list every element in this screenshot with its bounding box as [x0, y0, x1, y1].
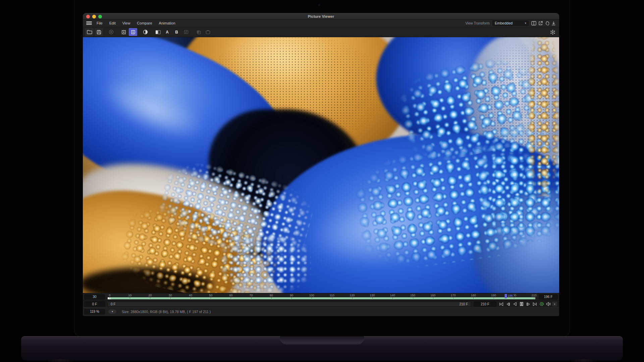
ruler-tick-label: 30 — [169, 294, 172, 297]
frame-rate-field[interactable]: 30 — [84, 294, 105, 300]
open-folder-icon — [87, 30, 92, 34]
window-title: Picture Viewer — [308, 14, 334, 18]
render-flake-icon — [550, 29, 555, 35]
view-transform-label: View Transform — [465, 21, 490, 25]
ruler-tick-label: 10 — [128, 294, 131, 297]
end-frame-field[interactable]: 210 F — [474, 301, 496, 307]
clear-button[interactable] — [107, 28, 115, 36]
ruler-tick-label: 110 — [329, 294, 334, 297]
sound-button[interactable] — [545, 301, 551, 307]
ruler-tick-label: 20 — [148, 294, 152, 297]
ruler-tick-label: 130 — [370, 294, 375, 297]
ruler-tick-mark — [291, 297, 292, 299]
dock-download-icon[interactable] — [551, 21, 556, 25]
open-external-icon[interactable] — [538, 21, 543, 25]
pause-icon — [520, 302, 524, 306]
paste-button[interactable] — [204, 28, 212, 36]
zoom-window-button[interactable] — [98, 15, 102, 18]
pause-button[interactable] — [519, 301, 524, 307]
jump-to-start-icon — [499, 302, 503, 306]
compare-panels-icon — [155, 30, 161, 35]
pan-hand-icon[interactable] — [545, 21, 549, 25]
ruler-tick-label: 90 — [290, 294, 293, 297]
close-window-button[interactable] — [86, 15, 90, 18]
title-bar: Picture Viewer — [83, 13, 559, 19]
hamburger-menu-icon[interactable] — [86, 21, 92, 25]
clear-icon — [109, 29, 114, 35]
ruler-tick-label: 180 — [471, 294, 476, 297]
ruler-tick-label: 140 — [390, 294, 395, 297]
range-end-label: 210 F — [459, 302, 468, 306]
render-settings-button[interactable] — [548, 28, 557, 36]
save-button[interactable] — [95, 28, 103, 36]
ruler-tick-mark — [514, 297, 514, 299]
step-forward-button[interactable] — [525, 301, 531, 307]
ruler-tick-label: 70 — [250, 294, 253, 297]
filter-settings-button[interactable] — [119, 28, 128, 36]
current-frame-field[interactable]: 196 F — [539, 294, 558, 300]
loop-playback-button[interactable] — [539, 301, 544, 307]
laptop-foot-left — [47, 359, 73, 362]
swap-ab-button[interactable] — [182, 28, 190, 36]
ruler-tick-mark — [352, 297, 353, 299]
view-transform-select[interactable]: Embedded ▾ — [492, 20, 529, 26]
filter-enabled-button[interactable] — [129, 28, 137, 36]
ruler-tick-mark — [494, 297, 494, 299]
menu-view[interactable]: View — [122, 21, 130, 25]
compare-a-button[interactable]: A — [163, 28, 171, 36]
playback-options-button[interactable]: ▾ — [552, 302, 557, 306]
zoom-dropdown-button[interactable]: ▾ — [108, 309, 116, 314]
ruler-tick-label: 210 — [531, 294, 536, 297]
play-reverse-icon — [513, 302, 517, 306]
minimize-window-button[interactable] — [92, 15, 96, 18]
ruler-tick-mark — [332, 297, 332, 299]
ruler-tick-mark — [453, 297, 453, 299]
step-back-button[interactable] — [505, 301, 511, 307]
playhead-frame-label: 196 — [507, 294, 514, 297]
ruler-tick-label: 160 — [430, 294, 435, 297]
zoom-level-field[interactable]: 119 % — [84, 309, 105, 314]
window-controls — [86, 15, 102, 18]
contrast-button[interactable] — [141, 28, 150, 36]
render-bubbles-gold-right — [527, 37, 559, 196]
ruler-tick-mark — [211, 297, 211, 299]
compare-b-button[interactable]: B — [172, 28, 181, 36]
paste-icon — [206, 30, 210, 35]
jump-to-start-button[interactable] — [498, 301, 504, 307]
ruler-tick-mark — [433, 297, 433, 299]
open-folder-button[interactable] — [85, 28, 94, 36]
compare-a-label: A — [166, 30, 169, 35]
chevron-down-icon: ▾ — [554, 303, 555, 306]
menu-edit[interactable]: Edit — [109, 21, 116, 25]
swap-ab-icon — [184, 30, 189, 34]
timeline-range-row: 0 F 0 F 210 F 210 F — [83, 300, 559, 307]
loop-icon — [539, 302, 544, 306]
image-info-text: Size: 2880x1800, RGB (8 Bit), 19.78 MB, … — [122, 310, 211, 314]
save-icon — [97, 30, 101, 35]
copy-button[interactable] — [194, 28, 203, 36]
compare-button[interactable] — [154, 28, 162, 36]
preview-range-slider[interactable]: 0 F 210 F — [108, 302, 471, 307]
start-frame-field[interactable]: 0 F — [84, 301, 105, 307]
render-image — [83, 37, 559, 293]
split-view-icon[interactable] — [531, 21, 536, 25]
menu-file[interactable]: File — [97, 21, 103, 25]
compare-b-label: B — [175, 30, 178, 35]
menu-compare[interactable]: Compare — [137, 21, 152, 25]
picture-viewer-window: Picture Viewer File Edit View Compare An… — [83, 13, 559, 316]
toolbar: A B — [83, 27, 559, 37]
timeline-playhead[interactable] — [504, 294, 507, 298]
ruler-tick-label: 50 — [209, 294, 212, 297]
filter-chip-active-icon — [130, 29, 136, 35]
jump-to-end-button[interactable] — [532, 301, 538, 307]
chevron-down-icon: ▾ — [525, 21, 526, 25]
menu-animation[interactable]: Animation — [159, 21, 175, 25]
ruler-tick-mark — [271, 297, 272, 299]
contrast-icon — [143, 29, 148, 35]
play-reverse-button[interactable] — [512, 301, 518, 307]
view-transform-value: Embedded — [495, 21, 513, 25]
timeline-ruler[interactable]: 0102030405060708090100110120130140150160… — [108, 293, 536, 300]
ruler-tick-mark — [312, 297, 312, 299]
ruler-tick-mark — [191, 297, 191, 299]
webcam-icon — [318, 4, 320, 6]
